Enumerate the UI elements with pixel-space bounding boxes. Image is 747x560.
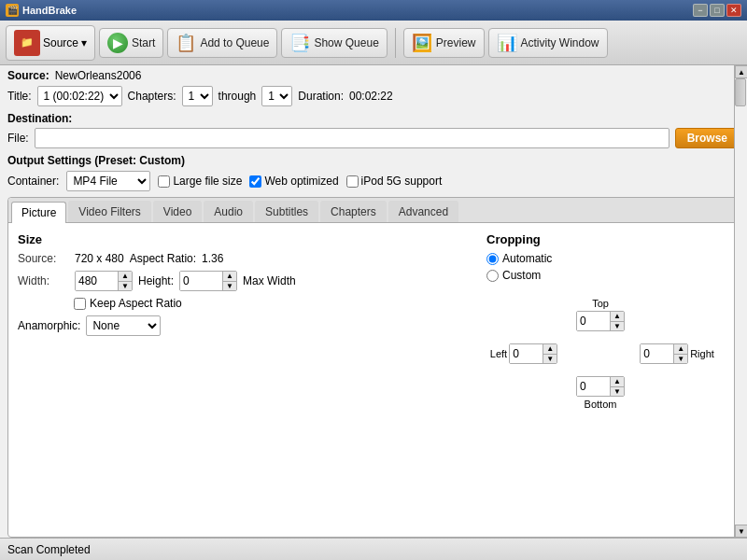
crop-bottom-area: ▲ ▼ Bottom [576,376,625,410]
tab-video-filters[interactable]: Video Filters [68,201,150,222]
minimize-button[interactable]: − [693,4,708,17]
large-file-label: Large file size [173,175,242,188]
web-optimized-checkbox[interactable] [249,175,261,188]
activity-label: Activity Window [521,36,599,49]
crop-top-up[interactable]: ▲ [611,312,624,321]
close-button[interactable]: ✕ [726,4,741,17]
crop-bottom-spinner: ▲ ▼ [576,376,625,397]
toolbar: 📁 Source ▾ ▶ Start 📋 Add to Queue 📑 Show… [0,21,747,65]
crop-top-spinner-buttons: ▲ ▼ [610,312,624,330]
width-spin-down[interactable]: ▼ [119,281,132,290]
crop-left-up[interactable]: ▲ [543,344,557,354]
crop-right-input[interactable] [641,344,673,363]
tab-content-picture: Size Source: 720 x 480 Aspect Ratio: 1.3… [8,223,739,537]
crop-auto-label[interactable]: Automatic [486,252,729,265]
duration-label: Duration: [298,90,344,103]
crop-top-area: Top ▲ ▼ [576,298,625,331]
anamorphic-select[interactable]: None [86,315,161,336]
width-height-row: Width: ▲ ▼ Height: ▲ [18,271,468,291]
add-queue-icon: 📋 [176,33,196,53]
width-label: Width: [18,274,69,287]
chapters-to-select[interactable]: 1 [261,86,292,106]
tab-audio[interactable]: Audio [204,201,253,222]
destination-section: Destination: File: Browse [0,110,747,152]
status-bar: Scan Completed [0,538,747,560]
scroll-down-button[interactable]: ▼ [735,525,747,538]
scroll-up-button[interactable]: ▲ [735,65,747,78]
chapters-from-select[interactable]: 1 [182,86,213,106]
through-label: through [218,90,257,103]
crop-right-down[interactable]: ▼ [674,354,687,363]
height-label: Height: [138,274,174,287]
scrollbar[interactable]: ▲ ▼ [734,65,747,538]
crop-left-down[interactable]: ▼ [543,354,557,363]
crop-bottom-down[interactable]: ▼ [611,386,624,396]
crop-bottom-up[interactable]: ▲ [611,377,624,386]
crop-bottom-input[interactable] [577,377,610,396]
source-dims-label: Source: [18,252,69,265]
ipod-checkbox[interactable] [346,175,359,188]
source-button[interactable]: 📁 Source ▾ [6,25,95,61]
tab-chapters[interactable]: Chapters [320,201,387,222]
height-spin-up[interactable]: ▲ [223,272,236,281]
anamorphic-row: Anamorphic: None [18,315,468,336]
web-optimized-label: Web optimized [264,175,338,188]
crop-auto-text: Automatic [502,252,552,265]
aspect-value: 1.36 [202,252,223,265]
chapters-field-label: Chapters: [128,90,176,103]
ipod-checkbox-label[interactable]: iPod 5G support [346,175,443,188]
add-queue-label: Add to Queue [200,36,269,49]
container-select[interactable]: MP4 File [66,171,150,191]
maximize-button[interactable]: □ [710,4,725,17]
source-icon: 📁 [14,30,40,56]
tab-advanced[interactable]: Advanced [388,201,458,222]
destination-row: File: Browse [7,128,740,148]
crop-custom-text: Custom [502,269,541,282]
tab-subtitles[interactable]: Subtitles [255,201,318,222]
large-file-checkbox-label[interactable]: Large file size [158,175,242,188]
start-label: Start [132,36,155,49]
keep-aspect-checkbox[interactable] [74,298,86,310]
tab-picture[interactable]: Picture [11,202,66,223]
file-label: File: [7,132,29,145]
preview-button[interactable]: 🖼️ Preview [403,28,485,58]
picture-size-section: Size Source: 720 x 480 Aspect Ratio: 1.3… [18,232,468,527]
crop-left-input[interactable] [510,344,543,363]
width-spin-up[interactable]: ▲ [119,272,132,281]
duration-value: 00:02:22 [349,90,393,103]
source-label: Source [43,36,78,49]
title-select[interactable]: 1 (00:02:22) [37,86,122,106]
crop-top-input[interactable] [577,312,610,330]
width-input[interactable] [76,272,118,290]
size-title: Size [18,232,468,246]
start-icon: ▶ [107,33,128,53]
show-queue-icon: 📑 [289,33,310,53]
large-file-checkbox[interactable] [158,175,170,188]
status-text: Scan Completed [7,543,91,556]
height-input[interactable] [180,272,222,290]
height-spinner-buttons: ▲ ▼ [222,272,236,290]
crop-custom-label[interactable]: Custom [486,269,729,282]
scroll-thumb[interactable] [735,78,746,106]
output-settings-row: Container: MP4 File Large file size Web … [7,171,740,191]
add-to-queue-button[interactable]: 📋 Add to Queue [167,28,277,58]
show-queue-button[interactable]: 📑 Show Queue [281,28,387,58]
height-spinner: ▲ ▼ [179,271,237,291]
crop-left-area: Left ▲ ▼ [490,343,557,364]
scroll-track[interactable] [735,78,747,525]
width-spinner-buttons: ▲ ▼ [118,272,132,290]
file-input[interactable] [35,128,669,148]
container-label: Container: [7,175,59,188]
crop-custom-radio[interactable] [486,270,499,282]
activity-window-button[interactable]: 📊 Activity Window [488,28,608,58]
crop-right-spinner-buttons: ▲ ▼ [673,344,687,363]
crop-top-down[interactable]: ▼ [611,321,624,330]
height-spin-down[interactable]: ▼ [223,281,236,290]
keep-aspect-row: Keep Aspect Ratio [74,297,468,310]
crop-auto-radio[interactable] [486,253,499,265]
start-button[interactable]: ▶ Start [99,28,163,58]
web-optimized-checkbox-label[interactable]: Web optimized [249,175,338,188]
crop-right-up[interactable]: ▲ [674,344,687,354]
browse-button[interactable]: Browse [675,128,740,148]
tab-video[interactable]: Video [153,201,202,222]
